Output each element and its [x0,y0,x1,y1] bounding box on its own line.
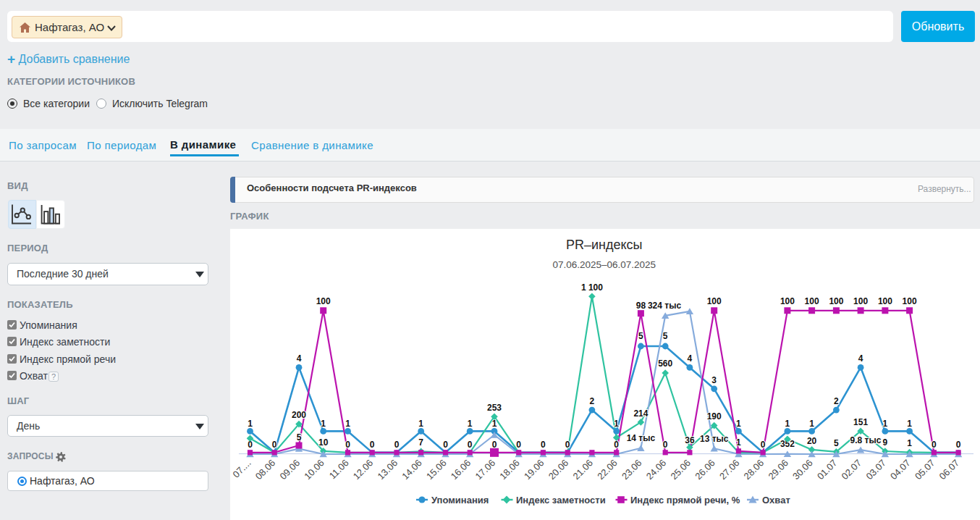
svg-text:100: 100 [903,296,917,306]
svg-text:PR–индексы: PR–индексы [566,238,643,252]
svg-text:100: 100 [316,296,331,306]
svg-text:0: 0 [443,440,448,450]
svg-text:36: 36 [685,435,695,445]
svg-text:15.06: 15.06 [424,458,449,482]
svg-text:30.06: 30.06 [790,458,815,482]
svg-text:19.06: 19.06 [522,458,546,482]
svg-text:02.07: 02.07 [840,458,864,482]
svg-text:14.06: 14.06 [400,458,424,482]
svg-text:1: 1 [345,419,350,429]
svg-text:2: 2 [590,396,595,406]
svg-text:07.06.2025–06.07.2025: 07.06.2025–06.07.2025 [552,259,656,270]
svg-text:22.06: 22.06 [595,458,620,482]
svg-text:0: 0 [394,440,400,450]
svg-text:1: 1 [492,419,497,429]
svg-text:5: 5 [663,331,668,341]
svg-text:100: 100 [805,296,819,306]
svg-text:100: 100 [878,296,892,306]
svg-text:06.07: 06.07 [937,458,962,482]
svg-text:7: 7 [418,437,423,448]
svg-text:1: 1 [883,419,888,429]
svg-text:5: 5 [834,438,839,448]
svg-text:0: 0 [492,440,497,450]
svg-text:20.06: 20.06 [546,458,571,482]
svg-text:0: 0 [932,440,937,450]
svg-text:10.06: 10.06 [302,458,326,482]
svg-text:05.07: 05.07 [913,458,937,482]
svg-text:100: 100 [853,296,868,306]
svg-text:16.06: 16.06 [449,458,473,482]
svg-text:21.06: 21.06 [570,458,595,482]
svg-text:Индекс заметности: Индекс заметности [516,495,606,506]
svg-text:0: 0 [516,440,521,450]
svg-text:214: 214 [633,408,648,419]
svg-text:3: 3 [711,375,717,385]
svg-text:0: 0 [468,440,473,450]
svg-text:13 тыс: 13 тыс [700,434,729,444]
svg-text:10: 10 [318,437,329,448]
svg-text:25.06: 25.06 [668,458,693,482]
svg-text:07....: 07.... [231,458,253,480]
svg-text:18.06: 18.06 [497,458,522,482]
svg-text:04.07: 04.07 [888,458,913,482]
svg-text:01.07: 01.07 [815,458,840,482]
svg-text:4: 4 [858,353,863,364]
svg-text:Охват: Охват [762,495,790,506]
svg-text:190: 190 [707,411,722,422]
svg-text:4: 4 [688,353,693,364]
svg-text:1: 1 [809,419,814,429]
svg-text:4: 4 [297,353,302,364]
svg-text:5: 5 [638,331,643,341]
svg-text:0: 0 [663,440,668,450]
svg-text:0: 0 [565,440,570,450]
svg-text:0: 0 [345,440,350,450]
svg-text:1: 1 [736,437,741,448]
svg-text:324 тыс: 324 тыс [648,301,681,311]
svg-text:03.07: 03.07 [863,458,888,482]
svg-text:98: 98 [636,301,646,311]
svg-text:14 тыс: 14 тыс [627,433,656,443]
svg-text:27.06: 27.06 [717,458,742,482]
svg-text:1: 1 [418,419,423,429]
svg-text:17.06: 17.06 [473,458,498,482]
svg-text:0: 0 [370,440,375,450]
svg-text:23.06: 23.06 [620,458,644,482]
svg-text:1: 1 [907,438,912,448]
svg-text:26.06: 26.06 [693,458,717,482]
svg-text:Индекс прямой речи, %: Индекс прямой речи, % [630,495,740,506]
svg-text:200: 200 [292,410,306,420]
svg-text:2: 2 [834,396,839,406]
svg-text:253: 253 [487,403,502,413]
svg-text:1: 1 [248,419,253,429]
svg-text:100: 100 [707,296,722,306]
svg-text:29.06: 29.06 [766,458,790,482]
svg-text:0: 0 [761,440,766,450]
svg-text:0: 0 [541,440,546,450]
svg-text:Упоминания: Упоминания [431,495,489,506]
svg-text:5: 5 [297,432,302,443]
svg-text:0: 0 [272,440,277,450]
svg-text:1: 1 [321,419,326,429]
svg-text:09.06: 09.06 [278,458,303,482]
svg-text:100: 100 [780,296,795,306]
svg-text:1 100: 1 100 [581,282,603,293]
svg-text:0: 0 [956,440,961,450]
svg-text:100: 100 [829,296,843,306]
svg-text:151: 151 [853,417,868,427]
svg-text:1: 1 [785,419,790,429]
svg-text:9.8 тыс: 9.8 тыс [850,435,882,445]
svg-text:1: 1 [468,419,473,429]
svg-text:1: 1 [736,419,741,429]
svg-text:08.06: 08.06 [253,458,278,482]
svg-text:12.06: 12.06 [351,458,376,482]
svg-text:1: 1 [907,419,912,429]
svg-text:1: 1 [614,419,619,429]
svg-text:560: 560 [658,358,672,369]
svg-text:20: 20 [807,436,817,446]
svg-text:24.06: 24.06 [644,458,669,482]
svg-text:11.06: 11.06 [327,458,351,482]
svg-text:13.06: 13.06 [376,458,400,482]
svg-text:9: 9 [883,437,888,448]
svg-text:28.06: 28.06 [742,458,766,482]
